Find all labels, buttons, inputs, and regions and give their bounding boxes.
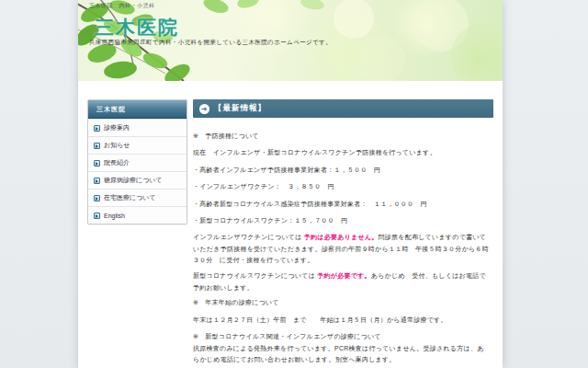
reservation-required-emphasis: 予約が必要です。: [317, 272, 371, 279]
sidebar-item-incho-shokai[interactable]: 院長紹介: [88, 154, 187, 171]
covid-reservation-paragraph: 新型コロナウイルスワクチンについては 予約が必要です。あらかじめ 受付、もしくは…: [193, 270, 489, 293]
vaccination-intro: 現在 インフルエンザ・新型コロナウイルスワクチン予防接種を行っています。: [193, 147, 489, 158]
square-arrow-bullet-icon: [94, 160, 100, 167]
yearend-schedule: 年末は１２月２７日（土）午前 まで 年始は１月５日（月）から通常診療です。: [193, 315, 489, 326]
sidebar-item-english[interactable]: English: [88, 206, 187, 224]
news-text-body: ※ 予防接種について 現在 インフルエンザ・新型コロナウイルスワクチン予防接種を…: [193, 118, 489, 366]
square-arrow-bullet-icon: [94, 143, 100, 149]
sidebar-item-zaitaku-iryo[interactable]: 在宅医療について: [88, 189, 187, 206]
square-arrow-bullet-icon: [94, 195, 100, 201]
site-column: 三木医院 内科・小児科 三木医院 兵庫県西脇市黒田庄町で内科・小児科を開業してい…: [78, 0, 503, 368]
header-top-text: 三木医院 内科・小児科: [89, 2, 155, 10]
latest-info-header-label: 【最新情報】: [214, 103, 266, 114]
price-covid-senior: ・高齢者新型コロナウイルス感染症予防接種事業対象者： １１，０００ 円: [193, 199, 489, 210]
latest-info-header: ➜ 【最新情報】: [193, 99, 493, 118]
no-reservation-needed-emphasis: 予約は必要ありません。: [304, 234, 379, 240]
main-content: ➜ 【最新情報】 ※ 予防接種について 現在 インフルエンザ・新型コロナウイルス…: [193, 99, 496, 366]
sidebar-item-shinryo-annai[interactable]: 診療案内: [88, 119, 187, 136]
sidebar-item-label: 糖尿病診療について: [104, 176, 163, 185]
price-flu-vaccine: ・インフルエンザワクチン： ３，８５０ 円: [193, 181, 489, 192]
yearend-heading: ※ 年末年始の診療について: [193, 297, 489, 308]
square-arrow-bullet-icon: [94, 213, 100, 219]
circle-arrow-icon: ➜: [199, 104, 209, 114]
covid-flu-care-detail: 抗原検査のみによる発熱外来を行っています。PCR検査は行っていません。受診される…: [193, 343, 489, 366]
covid-flu-care-heading: ※ 新型コロナウイルス関連・インフルエンザの診療について: [193, 331, 489, 342]
sidebar-item-label: 在宅医療について: [104, 193, 156, 202]
site-title: 三木医院: [95, 15, 179, 40]
price-flu-senior: ・高齢者インフルエンザ予防接種事業対象者：１，５００ 円: [193, 165, 489, 176]
sidebar-item-label: English: [104, 213, 125, 219]
sidebar-nav: 三木医院 診療案内 お知らせ 院長紹介 糖尿病診療について 在宅医療について E…: [87, 99, 187, 224]
square-arrow-bullet-icon: [94, 178, 100, 184]
sidebar-title: 三木医院: [88, 100, 187, 119]
sidebar-item-label: 診療案内: [104, 123, 130, 132]
sidebar-item-tonyobyo[interactable]: 糖尿病診療について: [88, 171, 187, 189]
sidebar-item-label: 院長紹介: [104, 158, 130, 167]
header-banner: 三木医院 内科・小児科 三木医院 兵庫県西脇市黒田庄町で内科・小児科を開業してい…: [78, 0, 503, 81]
site-subtitle: 兵庫県西脇市黒田庄町で内科・小児科を開業している三木医院のホームページです。: [89, 39, 332, 47]
square-arrow-bullet-icon: [94, 125, 100, 132]
sidebar-item-oshirase[interactable]: お知らせ: [88, 136, 187, 154]
price-covid-vaccine: ・新型コロナウイルスワクチン：１５，７００ 円: [193, 215, 489, 226]
sidebar-item-label: お知らせ: [104, 141, 130, 150]
vaccination-heading: ※ 予防接種について: [193, 131, 489, 142]
flu-reservation-paragraph: インフルエンザワクチンについては 予約は必要ありません。問診票を配布していますの…: [193, 232, 489, 266]
